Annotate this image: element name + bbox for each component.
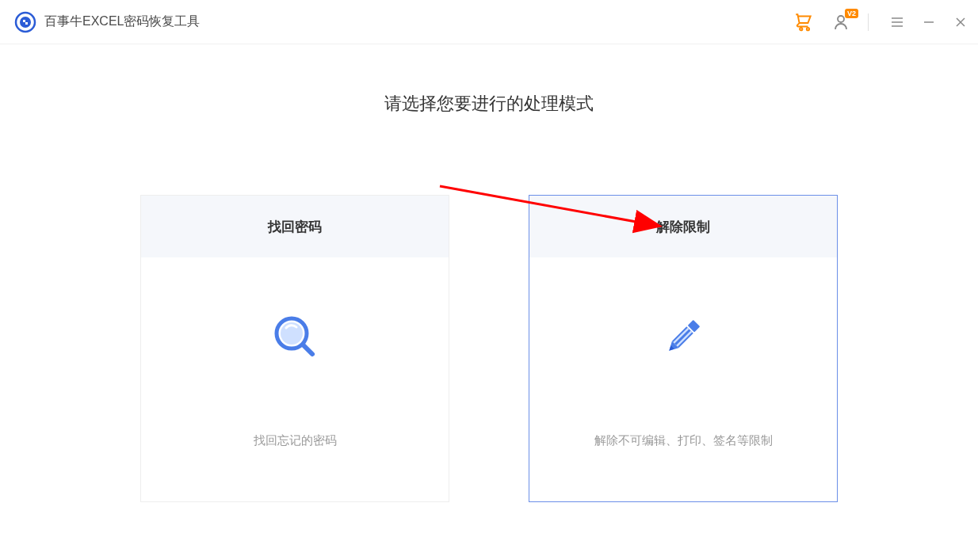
- card-body: 找回忘记的密码: [141, 257, 449, 501]
- app-title: 百事牛EXCEL密码恢复工具: [44, 13, 200, 30]
- svg-point-5: [807, 28, 809, 30]
- search-icon: [269, 311, 320, 362]
- app-header: 百事牛EXCEL密码恢复工具 V2: [0, 0, 978, 44]
- svg-point-6: [838, 16, 844, 22]
- mode-cards: 找回密码 找回忘记的密码 解除限制: [0, 195, 978, 502]
- header-divider: [868, 13, 869, 31]
- user-vip-badge: V2: [845, 9, 858, 18]
- page-title: 请选择您要进行的处理模式: [0, 92, 978, 116]
- pencil-icon: [658, 311, 709, 362]
- card-remove-restriction[interactable]: 解除限制 解除不可编辑、打印、签名等限制: [529, 195, 838, 502]
- card-body: 解除不可编辑、打印、签名等限制: [529, 257, 837, 501]
- svg-rect-3: [25, 22, 28, 25]
- card-recover-password[interactable]: 找回密码 找回忘记的密码: [140, 195, 449, 502]
- close-button[interactable]: [953, 14, 968, 30]
- minimize-button[interactable]: [921, 14, 937, 30]
- window-controls: [889, 14, 968, 30]
- cart-button[interactable]: [793, 12, 814, 32]
- card-title: 解除限制: [529, 196, 837, 257]
- header-right: V2: [793, 12, 968, 32]
- svg-point-4: [800, 28, 802, 30]
- user-button[interactable]: V2: [831, 13, 850, 32]
- app-logo-icon: [14, 11, 36, 33]
- svg-line-15: [304, 345, 312, 354]
- main-content: 请选择您要进行的处理模式 找回密码 找回忘记的密码 解除限制: [0, 44, 978, 502]
- svg-rect-2: [23, 20, 25, 22]
- card-desc: 找回忘记的密码: [254, 433, 337, 448]
- menu-button[interactable]: [889, 14, 905, 30]
- header-left: 百事牛EXCEL密码恢复工具: [14, 11, 200, 33]
- card-desc: 解除不可编辑、打印、签名等限制: [594, 433, 773, 448]
- card-title: 找回密码: [141, 196, 449, 257]
